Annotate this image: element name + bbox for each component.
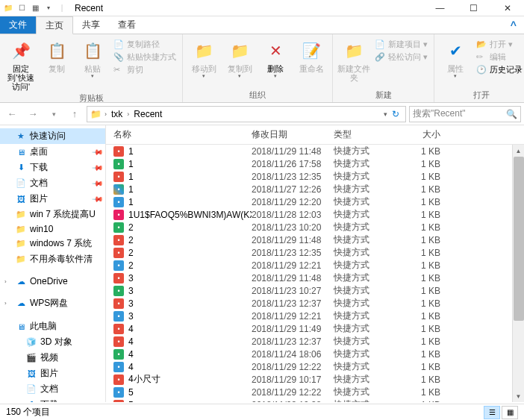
file-row[interactable]: •3 2018/11/23 10:27 快捷方式 1 KB (106, 284, 524, 297)
chevron-right-icon[interactable]: › (125, 110, 131, 118)
easy-access-button[interactable]: 🔗轻松访问 ▾ (375, 51, 428, 63)
sidebar-item[interactable]: 📁win 7 系统提高U (0, 207, 105, 222)
sidebar-item-thispc[interactable]: 🖥 此电脑 (0, 319, 105, 334)
file-row[interactable]: •1 2018/11/27 12:26 快捷方式 1 KB (106, 183, 524, 195)
scroll-thumb[interactable] (514, 157, 524, 321)
file-row[interactable]: •1 2018/11/29 11:48 快捷方式 1 KB (106, 145, 524, 157)
file-row[interactable]: •2 2018/11/29 11:48 快捷方式 1 KB (106, 233, 524, 246)
file-row[interactable]: •4 2018/11/29 12:22 快捷方式 1 KB (106, 360, 524, 373)
edit-button[interactable]: ✏编辑 (476, 51, 523, 63)
file-row[interactable]: •5 2018/11/29 12:22 快捷方式 1 KB (106, 386, 524, 398)
history-button[interactable]: 🕑历史记录 (476, 64, 523, 75)
file-row[interactable]: •2 2018/11/23 12:35 快捷方式 1 KB (106, 246, 524, 259)
sidebar-item[interactable]: 🧊3D 对象 (0, 334, 105, 350)
column-header-date[interactable]: 修改日期 (252, 128, 334, 141)
sidebar-item[interactable]: 🖥桌面📌 (0, 144, 105, 160)
search-input[interactable]: 搜索"Recent" 🔍 (409, 106, 521, 122)
file-row[interactable]: •1 2018/11/23 12:35 快捷方式 1 KB (106, 170, 524, 183)
help-icon[interactable]: ^ (503, 16, 524, 34)
sidebar-item-label: 下载 (40, 398, 58, 402)
sidebar-item[interactable]: 🎬视频 (0, 350, 105, 366)
file-row[interactable]: •2 2018/11/23 10:20 快捷方式 1 KB (106, 221, 524, 233)
breadcrumb[interactable]: Recent (132, 109, 163, 119)
qat-icon-2[interactable]: ▦ (30, 3, 40, 13)
maximize-button[interactable]: ☐ (457, 0, 490, 16)
column-header-name[interactable]: 名称 (106, 128, 252, 141)
file-row[interactable]: •4 2018/11/29 11:49 快捷方式 1 KB (106, 322, 524, 335)
refresh-icon[interactable]: ↻ (392, 109, 399, 119)
forward-button[interactable]: → (24, 105, 42, 123)
tab-file[interactable]: 文件 (0, 16, 36, 34)
back-button[interactable]: ← (3, 105, 21, 123)
sidebar-item-onedrive[interactable]: › ☁ OneDrive (0, 275, 105, 288)
expand-icon[interactable]: › (4, 300, 12, 307)
moveto-button[interactable]: 📁 移动到▾ (187, 36, 220, 79)
file-row[interactable]: •1 2018/11/26 17:58 快捷方式 1 KB (106, 157, 524, 170)
file-date: 2018/11/29 12:22 (252, 387, 334, 398)
expand-icon[interactable]: › (4, 278, 12, 285)
sidebar-item-label: 文档 (30, 177, 48, 189)
column-header-type[interactable]: 类型 (334, 128, 405, 141)
new-folder-button[interactable]: 📁 新建文件夹 (337, 36, 370, 82)
sidebar-item-label: 3D 对象 (40, 336, 72, 348)
open-button[interactable]: 📂打开 ▾ (476, 39, 523, 50)
rename-button[interactable]: 📝 重命名 (295, 36, 328, 73)
search-icon[interactable]: 🔍 (506, 109, 517, 119)
paste-button[interactable]: 📋 粘贴 ▾ (76, 36, 109, 79)
file-row[interactable]: •4小尺寸 2018/11/29 10:17 快捷方式 1 KB (106, 373, 524, 386)
close-button[interactable]: ✕ (490, 0, 524, 16)
file-name: 3 (128, 273, 134, 283)
tab-share[interactable]: 共享 (73, 16, 109, 34)
column-header-size[interactable]: 大小 (405, 128, 449, 141)
sidebar-item[interactable]: 📁不用杀毒软件清 (0, 251, 105, 267)
recent-locations-icon[interactable]: ▾ (45, 105, 63, 123)
sidebar-item[interactable]: 🖼图片📌 (0, 191, 105, 207)
file-row[interactable]: •3 2018/11/29 12:21 快捷方式 1 KB (106, 310, 524, 322)
sidebar-item-quickaccess[interactable]: ★ 快速访问 (0, 128, 105, 144)
file-row[interactable]: •4 2018/11/24 18:06 快捷方式 1 KB (106, 348, 524, 360)
up-button[interactable]: ↑ (66, 105, 84, 123)
breadcrumb[interactable]: txk (110, 109, 124, 119)
qat-icon-1[interactable]: ☐ (16, 3, 27, 13)
qat-dropdown-icon[interactable]: ▾ (43, 3, 54, 13)
ribbon-group-label: 剪贴板 (79, 91, 104, 105)
sidebar-item[interactable]: 📄文档📌 (0, 175, 105, 191)
chevron-right-icon[interactable]: › (103, 110, 108, 118)
address-bar[interactable]: 📁 › txk › Recent ▾ ↻ (87, 106, 406, 122)
scroll-down-icon[interactable]: ▼ (513, 390, 524, 402)
copy-button[interactable]: 📋 复制 (40, 36, 73, 73)
minimize-button[interactable]: — (423, 0, 457, 16)
cut-button[interactable]: ✂剪切 (113, 64, 176, 75)
sidebar-item-wps[interactable]: › ☁ WPS网盘 (0, 295, 105, 311)
tab-home[interactable]: 主页 (36, 16, 73, 34)
tab-view[interactable]: 查看 (109, 16, 145, 34)
sidebar-item[interactable]: 📁win10 (0, 222, 105, 236)
pin-icon: 📌 (92, 161, 104, 173)
copyto-button[interactable]: 📁 复制到▾ (223, 36, 256, 79)
navigation-pane[interactable]: ★ 快速访问 🖥桌面📌⬇下载📌📄文档📌🖼图片📌📁win 7 系统提高U📁win1… (0, 125, 106, 402)
view-icons-button[interactable]: ▦ (502, 406, 518, 419)
file-row[interactable]: •4 2018/11/23 12:37 快捷方式 1 KB (106, 335, 524, 348)
folder-icon: 🖼 (25, 369, 37, 379)
view-details-button[interactable]: ☰ (484, 406, 500, 419)
sidebar-item[interactable]: 🖼图片 (0, 366, 105, 381)
scrollbar[interactable]: ▲ ▼ (512, 145, 524, 402)
sidebar-item[interactable]: ⬇下载 (0, 397, 105, 402)
addr-dropdown-icon[interactable]: ▾ (384, 110, 387, 118)
delete-button[interactable]: ✕ 删除▾ (259, 36, 292, 79)
sidebar-item[interactable]: 📁windows 7 系统 (0, 236, 105, 251)
file-row[interactable]: •1U1$FAOQ5%BWNI3M)AW(KXU 2018/11/28 12:0… (106, 208, 524, 221)
file-row[interactable]: •5 2018/11/23 12:38 快捷方式 1 KB (106, 398, 524, 402)
scroll-up-icon[interactable]: ▲ (513, 145, 524, 157)
pin-to-quickaccess-button[interactable]: 📌 固定到'快速访问' (4, 36, 37, 91)
file-row[interactable]: •3 2018/11/29 11:48 快捷方式 1 KB (106, 272, 524, 284)
sidebar-item[interactable]: ⬇下载📌 (0, 160, 105, 175)
file-row[interactable]: •2 2018/11/29 12:21 快捷方式 1 KB (106, 259, 524, 272)
paste-shortcut-button[interactable]: 📎粘贴快捷方式 (113, 51, 176, 63)
new-item-button[interactable]: 📄新建项目 ▾ (375, 39, 428, 50)
file-row[interactable]: •1 2018/11/29 12:20 快捷方式 1 KB (106, 195, 524, 208)
properties-button[interactable]: ✔ 属性▾ (439, 36, 472, 79)
file-row[interactable]: •3 2018/11/23 12:37 快捷方式 1 KB (106, 297, 524, 310)
copy-path-button[interactable]: 📄复制路径 (113, 39, 176, 50)
sidebar-item[interactable]: 📄文档 (0, 381, 105, 397)
